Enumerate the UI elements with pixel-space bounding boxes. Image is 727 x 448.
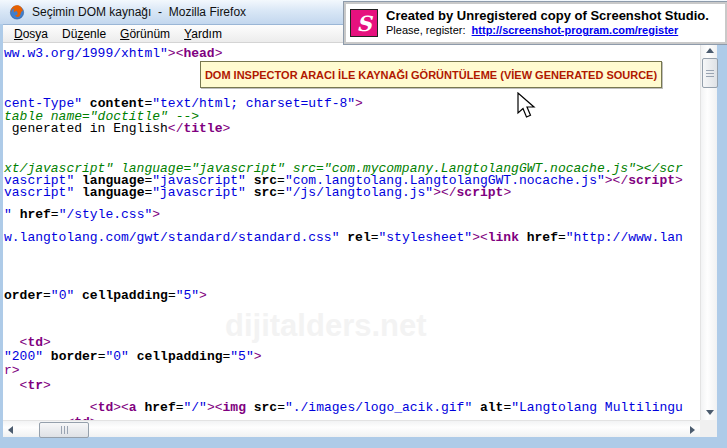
window-title: Seçimin DOM kaynağı - Mozilla Firefox xyxy=(32,5,246,19)
menu-item-dosya[interactable]: Dosya xyxy=(7,26,55,42)
window-border-bottom xyxy=(0,437,727,448)
source-code-line: r> xyxy=(4,364,20,377)
menu-item-düzenle[interactable]: Düzenle xyxy=(55,26,113,42)
tooltip-text: DOM INSPECTOR ARACI İLE KAYNAĞI GÖRÜNTÜL… xyxy=(205,69,657,81)
scrollbar-corner xyxy=(700,420,717,437)
source-code-line: <td> xyxy=(4,336,51,349)
screenshot-studio-banner: S Created by Unregistered copy of Screen… xyxy=(344,2,727,44)
arrow-down-icon xyxy=(706,410,714,415)
source-code-line: " href="/style.css"> xyxy=(4,208,160,221)
arrow-left-icon xyxy=(8,426,13,434)
banner-register-row: Please, register: http://screenshot-prog… xyxy=(386,24,709,38)
source-view: ww.w3.org/1999/xhtml"><head>cent-Type" c… xyxy=(3,43,700,420)
scroll-right-button[interactable] xyxy=(685,421,700,438)
arrow-up-icon xyxy=(706,48,714,53)
firefox-icon xyxy=(9,4,25,20)
banner-register-prefix: Please, register: xyxy=(386,24,472,36)
menu-item-görünüm[interactable]: Görünüm xyxy=(113,26,177,42)
source-code-line: generated in English</title> xyxy=(4,122,230,135)
mouse-cursor xyxy=(517,92,536,121)
source-code-line: "200" border="0" cellpadding="5"> xyxy=(4,350,262,363)
source-code-line: <td><a href="/"><img src="./images/logo_… xyxy=(4,401,683,414)
scroll-down-button[interactable] xyxy=(701,405,718,420)
register-link[interactable]: http://screenshot-program.com/register xyxy=(472,24,679,36)
menu-item-yardım[interactable]: Yardım xyxy=(177,26,229,42)
banner-title: Created by Unregistered copy of Screensh… xyxy=(386,8,709,24)
scroll-up-button[interactable] xyxy=(701,43,718,58)
site-watermark: dijitalders.net xyxy=(225,308,427,344)
source-code-line: order="0" cellpadding="5"> xyxy=(4,289,207,302)
source-code-line: ww.w3.org/1999/xhtml"><head> xyxy=(4,47,222,60)
horizontal-scroll-thumb[interactable] xyxy=(39,422,89,438)
screenshot-studio-logo-icon: S xyxy=(350,9,378,37)
source-code-line: <tr> xyxy=(4,379,51,392)
window-border-right xyxy=(717,24,727,448)
vertical-scroll-thumb[interactable] xyxy=(702,58,718,88)
arrow-right-icon xyxy=(690,426,695,434)
source-code-line: vascript" language="javascript" src="/js… xyxy=(4,186,511,199)
horizontal-scrollbar[interactable] xyxy=(3,420,700,437)
dom-inspector-tooltip: DOM INSPECTOR ARACI İLE KAYNAĞI GÖRÜNTÜL… xyxy=(200,61,662,88)
vertical-scrollbar[interactable] xyxy=(700,43,717,420)
scroll-left-button[interactable] xyxy=(3,421,18,438)
source-code-line: w.langtolang.com/gwt/standard/standard.c… xyxy=(4,231,683,244)
